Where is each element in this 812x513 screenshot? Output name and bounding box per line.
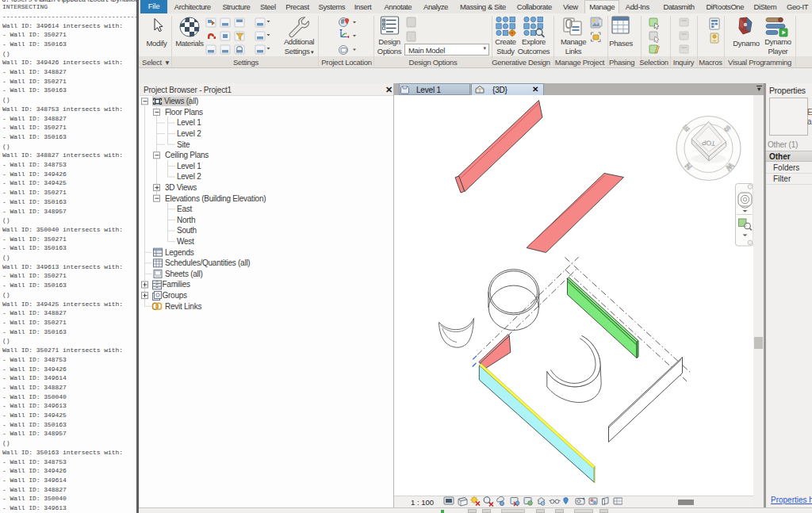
svg-text:TOP: TOP — [701, 139, 715, 147]
